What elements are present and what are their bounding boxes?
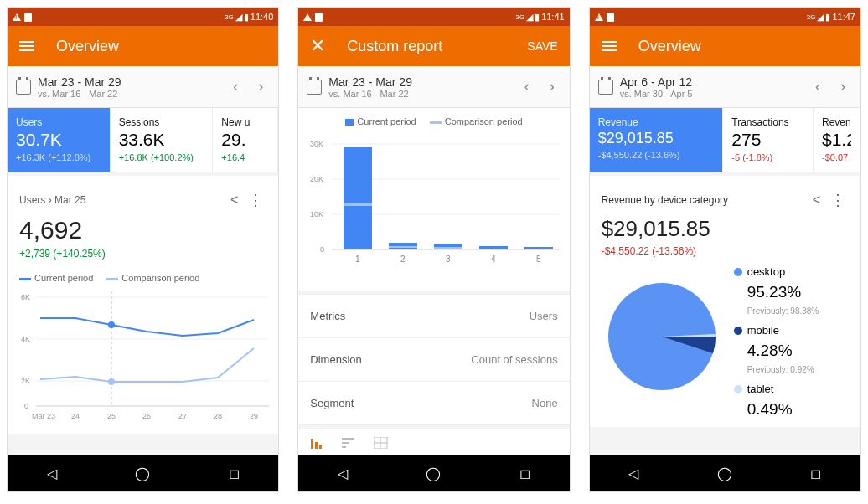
chevron-left-icon[interactable]: ‹ <box>809 78 827 95</box>
row-value: Count of sessions <box>471 353 557 366</box>
row-key: Segment <box>310 397 354 409</box>
home-icon[interactable]: ◯ <box>135 465 150 481</box>
tile-sessions[interactable]: Sessions 33.6K +16.8K (+100.2%) <box>111 108 214 172</box>
svg-text:26: 26 <box>142 412 151 420</box>
more-icon[interactable]: ⋮ <box>827 188 849 213</box>
battery-icon: ▮ <box>825 12 830 23</box>
hamburger-icon[interactable] <box>602 41 617 51</box>
slice-name: mobile <box>747 324 779 337</box>
recents-icon[interactable]: ◻ <box>810 465 821 481</box>
svg-text:2K: 2K <box>21 377 30 385</box>
home-icon[interactable]: ◯ <box>717 465 732 481</box>
chevron-right-icon[interactable]: › <box>251 78 270 95</box>
table-view-icon[interactable] <box>374 437 389 449</box>
row-dimension[interactable]: DimensionCount of sessions <box>298 338 569 382</box>
back-icon[interactable]: ◁ <box>47 465 57 481</box>
svg-text:4K: 4K <box>21 335 30 343</box>
pie-chart <box>602 265 727 399</box>
signal-3g: 3G <box>807 13 816 21</box>
legend-current: Current period <box>34 273 93 283</box>
clock: 11:40 <box>251 12 274 22</box>
tile-new-users[interactable]: New u 29. +16.4 <box>213 108 278 172</box>
svg-rect-42 <box>342 438 354 440</box>
chevron-right-icon[interactable]: › <box>543 78 561 95</box>
legend-compare: Comparison period <box>121 273 199 283</box>
tile-revenue[interactable]: Revenue $29,015.85 -$4,550.22 (-13.6%) <box>590 108 724 172</box>
pie-legend: desktop 95.23% Previously: 98.38% mobile… <box>734 265 819 419</box>
date-range-row[interactable]: Mar 23 - Mar 29 vs. Mar 16 - Mar 22 ‹ › <box>298 66 569 108</box>
metric-tiles: Revenue $29,015.85 -$4,550.22 (-13.6%) T… <box>590 108 860 172</box>
back-icon[interactable]: ◁ <box>338 465 348 481</box>
bar-view-icon[interactable] <box>310 437 325 449</box>
android-nav-bar: ◁ ◯ ◻ <box>298 455 569 491</box>
dot-icon <box>734 268 742 276</box>
chevron-left-icon[interactable]: ‹ <box>518 78 536 95</box>
clock: 11:47 <box>832 12 855 22</box>
tile-value: 29. <box>221 130 269 150</box>
tile-users[interactable]: Users 30.7K +16.3K (+112.8%) <box>8 108 111 172</box>
svg-rect-43 <box>342 442 349 444</box>
more-icon[interactable]: ⋮ <box>245 188 266 213</box>
svg-text:30K: 30K <box>310 140 323 148</box>
tile-label: Revenue <box>822 116 851 128</box>
hbar-view-icon[interactable] <box>342 437 357 449</box>
android-nav-bar: ◁ ◯ ◻ <box>8 455 278 491</box>
svg-text:2: 2 <box>400 255 406 264</box>
legend-compare: Comparison period <box>445 116 523 126</box>
chevron-right-icon[interactable]: › <box>834 78 852 95</box>
svg-rect-27 <box>344 203 372 206</box>
chart-card: Users › Mar 25 < ⋮ 4,692 +2,739 (+140.25… <box>8 176 278 434</box>
warning-icon <box>595 13 603 21</box>
status-bar: 3G◢▮11:47 <box>590 8 860 26</box>
signal-3g: 3G <box>515 13 524 21</box>
hamburger-icon[interactable] <box>19 41 34 51</box>
row-segment[interactable]: SegmentNone <box>298 382 569 425</box>
slice-name: tablet <box>747 383 774 395</box>
tile-value: $1.2 <box>822 130 851 150</box>
sim-icon <box>24 13 32 22</box>
date-compare: vs. Mar 16 - Mar 22 <box>38 89 220 99</box>
back-icon[interactable]: ◁ <box>628 465 638 481</box>
svg-text:25: 25 <box>107 412 116 420</box>
svg-text:0: 0 <box>320 245 324 254</box>
tile-revenue-per[interactable]: Revenue $1.2 -$0.07 (- <box>814 108 860 172</box>
line-chart: 6K 4K 2K 0 Mar 232425 26272829 <box>19 283 269 425</box>
date-range: Apr 6 - Apr 12 <box>620 75 802 89</box>
calendar-icon <box>16 80 31 95</box>
home-icon[interactable]: ◯ <box>426 465 441 481</box>
share-icon[interactable]: < <box>224 189 245 211</box>
report-config: MetricsUsers DimensionCount of sessions … <box>298 294 569 425</box>
view-mode-tabs <box>298 429 569 455</box>
tile-delta: -$4,550.22 (-13.6%) <box>598 150 715 160</box>
svg-rect-40 <box>315 442 318 449</box>
svg-point-9 <box>108 321 115 328</box>
svg-rect-41 <box>319 445 322 449</box>
page-title: Overview <box>638 38 701 55</box>
svg-rect-32 <box>479 246 508 249</box>
svg-text:27: 27 <box>178 412 187 420</box>
warning-icon <box>13 13 21 21</box>
svg-rect-29 <box>389 246 417 248</box>
share-icon[interactable]: < <box>806 189 827 211</box>
date-range: Mar 23 - Mar 29 <box>328 75 510 89</box>
tile-transactions[interactable]: Transactions 275 -5 (-1.8%) <box>723 108 814 172</box>
recents-icon[interactable]: ◻ <box>229 465 240 481</box>
svg-text:29: 29 <box>250 412 258 420</box>
tile-delta: +16.3K (+112.8%) <box>16 152 101 162</box>
save-button[interactable]: SAVE <box>527 39 557 53</box>
legend-current: Current period <box>357 116 416 126</box>
close-icon[interactable]: ✕ <box>310 35 325 57</box>
tile-value: 30.7K <box>16 130 101 150</box>
row-key: Dimension <box>310 353 361 366</box>
tile-delta: -5 (-1.8%) <box>731 152 804 162</box>
date-range-row[interactable]: Apr 6 - Apr 12 vs. Mar 30 - Apr 5 ‹ › <box>590 66 860 108</box>
row-value: None <box>532 397 558 409</box>
date-range-row[interactable]: Mar 23 - Mar 29 vs. Mar 16 - Mar 22 ‹ › <box>8 66 278 108</box>
screen-overview-revenue: 3G◢▮11:47 Overview Apr 6 - Apr 12 vs. Ma… <box>589 7 861 492</box>
chevron-left-icon[interactable]: ‹ <box>226 78 245 95</box>
recents-icon[interactable]: ◻ <box>519 465 530 481</box>
svg-rect-31 <box>434 247 462 249</box>
row-value: Users <box>530 310 558 322</box>
tile-value: 33.6K <box>119 130 204 150</box>
row-metrics[interactable]: MetricsUsers <box>298 295 569 338</box>
